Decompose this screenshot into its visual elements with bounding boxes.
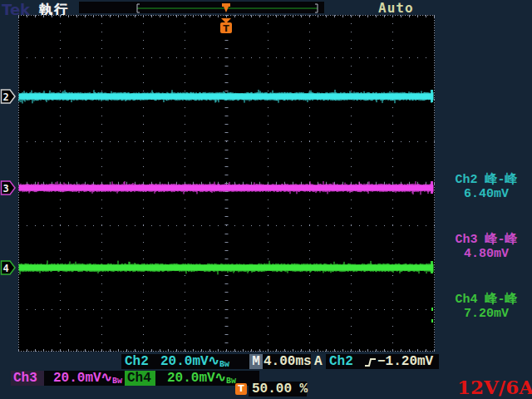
measurement-ch4: Ch4 峰-峰7.20mV bbox=[441, 293, 532, 321]
ch4-scale-label-box: Ch4 bbox=[125, 371, 155, 386]
channel-markers[interactable]: 234 bbox=[0, 0, 18, 399]
watermark: 12V/6A bbox=[457, 376, 532, 398]
ch2-scale-readout: Ch2 20.0mV∿Bw bbox=[121, 354, 259, 369]
rising-edge-icon bbox=[364, 357, 377, 368]
trigger-readout: Ch2 −1.20mV bbox=[326, 354, 439, 369]
ch3-scale-value: 20.0mV∿Bw bbox=[53, 371, 122, 389]
channel-3-position-marker[interactable]: 3 bbox=[2, 181, 16, 195]
ch2-scale-label: Ch2 bbox=[125, 354, 149, 369]
channel-4-position-marker[interactable]: 4 bbox=[2, 261, 16, 274]
ch3-scale-label: Ch3 bbox=[13, 371, 37, 386]
ch4-scale-label: Ch4 bbox=[127, 371, 151, 386]
record-view-graphic bbox=[79, 2, 324, 14]
graticule: T bbox=[18, 15, 435, 352]
measurement-value: 4.80mV bbox=[441, 247, 532, 261]
svg-text:4: 4 bbox=[2, 263, 8, 274]
ch3-scale-readout: 20.0mV∿Bw bbox=[44, 371, 125, 386]
trigger-position-icon: T bbox=[235, 383, 247, 395]
svg-text:2: 2 bbox=[2, 91, 8, 103]
ch4-scale-value: 20.0mV∿Bw bbox=[167, 371, 236, 389]
record-view-bar[interactable] bbox=[79, 2, 324, 13]
trigger-position-value: 50.00 % bbox=[249, 382, 307, 397]
measurement-label: Ch2 峰-峰 bbox=[441, 173, 532, 187]
measurement-value: 6.40mV bbox=[441, 187, 532, 201]
svg-text:3: 3 bbox=[2, 183, 8, 195]
trigger-mode[interactable]: Auto bbox=[378, 0, 414, 16]
timebase-label: M bbox=[249, 354, 263, 369]
channel-2-position-marker[interactable]: 2 bbox=[2, 90, 16, 103]
timebase-value: 4.00ms bbox=[263, 354, 311, 369]
trigger-source: Ch2 bbox=[329, 354, 353, 369]
measurement-label: Ch3 峰-峰 bbox=[441, 233, 532, 247]
measurement-ch3: Ch3 峰-峰4.80mV bbox=[441, 233, 532, 261]
ch3-scale-label-box: Ch3 bbox=[11, 371, 44, 386]
ch2-scale-value: 20.0mV∿Bw bbox=[160, 354, 229, 372]
measurement-value: 7.20mV bbox=[441, 307, 532, 321]
acquisition-label: A bbox=[314, 354, 323, 369]
svg-text:T: T bbox=[223, 23, 229, 34]
measurement-ch2: Ch2 峰-峰6.40mV bbox=[441, 173, 532, 201]
measurement-label: Ch4 峰-峰 bbox=[441, 293, 532, 307]
trigger-level: −1.20mV bbox=[377, 354, 433, 369]
